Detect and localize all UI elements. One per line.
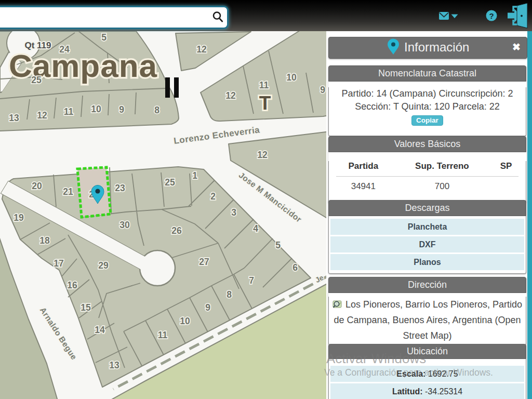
svg-text:21: 21 (63, 187, 73, 197)
svg-text:25: 25 (31, 75, 42, 85)
svg-text:12: 12 (37, 110, 47, 121)
svg-text:10: 10 (91, 104, 101, 114)
svg-text:11: 11 (158, 330, 168, 340)
svg-text:19: 19 (14, 212, 24, 223)
svg-text:Qt 119: Qt 119 (24, 41, 51, 50)
svg-text:4: 4 (253, 223, 258, 234)
svg-text:8: 8 (227, 289, 232, 300)
svg-text:11: 11 (64, 107, 74, 117)
svg-text:8: 8 (154, 105, 159, 115)
svg-text:1: 1 (192, 170, 197, 181)
svg-text:12: 12 (196, 44, 207, 55)
svg-text:23: 23 (115, 183, 125, 193)
svg-text:12: 12 (257, 150, 268, 160)
svg-text:30: 30 (119, 220, 130, 230)
svg-text:20: 20 (32, 181, 42, 191)
svg-text:29: 29 (98, 260, 109, 271)
svg-text:2: 2 (210, 191, 216, 202)
svg-text:13: 13 (9, 113, 19, 123)
svg-text:5: 5 (101, 32, 107, 43)
svg-text:13: 13 (109, 360, 119, 370)
svg-text:27: 27 (199, 257, 209, 267)
svg-text:26: 26 (171, 225, 182, 236)
svg-text:14: 14 (95, 325, 105, 335)
svg-text:18: 18 (39, 235, 50, 246)
svg-text:9: 9 (119, 104, 124, 115)
svg-text:5: 5 (275, 240, 281, 250)
svg-text:17: 17 (54, 258, 63, 269)
svg-text:10: 10 (286, 72, 297, 83)
svg-text:10: 10 (180, 316, 190, 326)
svg-text:24: 24 (59, 44, 70, 55)
svg-text:11: 11 (259, 80, 269, 90)
svg-text:9: 9 (205, 302, 210, 313)
svg-text:9: 9 (320, 85, 325, 95)
svg-text:12: 12 (225, 90, 236, 101)
svg-text:7: 7 (249, 275, 254, 286)
svg-text:16: 16 (67, 280, 77, 290)
svg-text:?: ? (489, 11, 494, 20)
svg-text:3: 3 (231, 207, 236, 218)
svg-text:25: 25 (165, 177, 175, 188)
svg-text:T: T (259, 92, 271, 114)
svg-text:6: 6 (292, 262, 298, 273)
svg-text:15: 15 (81, 302, 91, 313)
